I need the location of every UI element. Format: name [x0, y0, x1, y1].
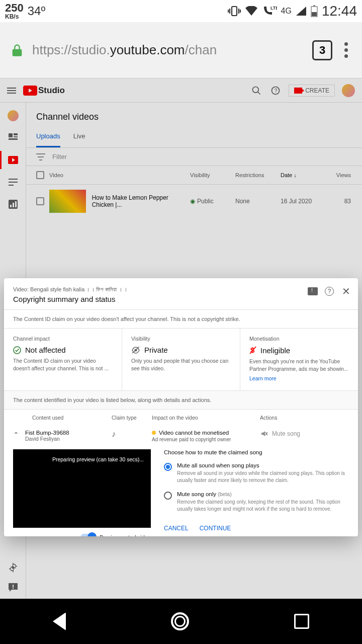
svg-text:LTE: LTE [270, 6, 277, 11]
network-type: 4G [281, 7, 292, 16]
radio-icon [164, 492, 172, 500]
tab-count-button[interactable]: 3 [312, 40, 332, 60]
claims-banner: The content identified in your video is … [4, 391, 358, 410]
claims-table-head: Content used Claim type Impact on the vi… [4, 410, 358, 426]
net-speed-unit: KB/s [5, 14, 24, 20]
modal-title: Copyright summary and status [13, 295, 349, 303]
net-speed-value: 250 [5, 3, 24, 14]
svg-rect-8 [312, 12, 317, 16]
warning-dot-icon [152, 431, 156, 435]
continue-button[interactable]: CONTINUE [200, 525, 231, 532]
mute-options-title: Choose how to mute the claimed song [164, 449, 349, 455]
svg-rect-0 [232, 7, 237, 16]
clock: 12:44 [322, 3, 357, 19]
private-eye-icon [131, 347, 140, 354]
browser-menu-icon[interactable] [340, 42, 352, 58]
learn-more-link[interactable]: Learn more [249, 375, 277, 381]
panel-visibility: Visibility Private Only you and people t… [122, 329, 240, 390]
copyright-modal: Video: Bengali style fish kalia । । ফিশ … [4, 278, 358, 536]
collapse-chevron-icon[interactable]: ⌃ [13, 430, 25, 439]
android-nav-bar [0, 599, 362, 644]
mute-song-action[interactable]: Mute song [260, 430, 349, 438]
modal-close-icon[interactable]: ✕ [341, 286, 351, 296]
nav-back-icon[interactable] [53, 612, 66, 630]
panel-monetisation: Monetisation $Ineligible Even though you… [240, 329, 358, 390]
nav-home-icon[interactable] [171, 612, 189, 630]
svg-rect-7 [313, 5, 315, 7]
url-bar[interactable]: https://studio.youtube.com/chan [32, 42, 304, 58]
mute-icon [260, 430, 268, 438]
music-note-icon: ♪ [112, 430, 116, 438]
radio-mute-song-only[interactable]: Mute song only (beta) Remove the claimed… [164, 491, 349, 513]
phone-lte-icon: LTE [262, 6, 277, 17]
radio-icon [164, 463, 172, 471]
temperature: 34º [28, 4, 45, 18]
signal-icon [296, 6, 307, 16]
cancel-button[interactable]: CANCEL [164, 525, 189, 532]
browser-chrome: https://studio.youtube.com/chan 3 [0, 22, 362, 78]
preview-muted-toggle[interactable] [80, 534, 96, 536]
ineligible-dollar-icon: $ [249, 346, 256, 355]
vibrate-icon [228, 6, 241, 17]
check-circle-icon [13, 346, 21, 354]
panel-channel-impact: Channel impact Not affected The Content … [4, 329, 122, 390]
claim-song-title: Fist Bump-39688 [25, 430, 112, 436]
video-preview-box: Preparing preview (can take 30 secs)... [13, 449, 151, 528]
android-status-bar: 250KB/s 34º LTE 4G 12:44 [0, 0, 362, 22]
claim-artist: David Fesliyan [25, 436, 112, 442]
modal-subtitle: Video: Bengali style fish kalia । । ফিশ … [13, 286, 349, 293]
lock-icon [10, 43, 24, 57]
modal-help-icon[interactable]: ? [325, 287, 334, 296]
claim-row: ⌃ Fist Bump-39688 David Fesliyan ♪ Video… [4, 426, 358, 449]
feedback-icon[interactable] [308, 287, 318, 295]
nav-recent-icon[interactable] [294, 614, 309, 629]
battery-icon [311, 5, 318, 17]
toggle-label: Preview muted video [100, 534, 151, 536]
wifi-icon [245, 6, 258, 16]
radio-mute-all[interactable]: Mute all sound when song plays Remove al… [164, 462, 349, 484]
info-banner: The Content ID claim on your video doesn… [4, 309, 358, 329]
